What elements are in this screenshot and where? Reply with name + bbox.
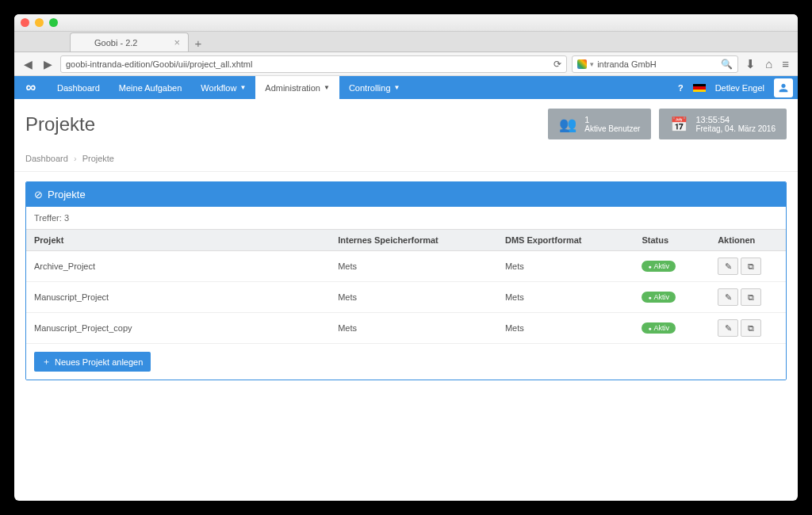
cell-project-name: Archive_Project [26, 251, 330, 282]
table-header-row: Projekt Internes Speicherformat DMS Expo… [26, 230, 786, 251]
nav-administration[interactable]: Administration▼ [255, 76, 339, 99]
cell-actions: ✎⧉ [710, 282, 786, 313]
browser-tab[interactable]: Goobi - 2.2 × [70, 32, 189, 52]
table-row[interactable]: Manuscript_ProjectMetsMetsAktiv✎⧉ [26, 282, 786, 313]
cell-status: Aktiv [634, 251, 710, 282]
breadcrumb-current: Projekte [82, 154, 114, 163]
datetime-card: 📅 13:55:54 Freitag, 04. März 2016 [659, 109, 787, 139]
cell-dms-format: Mets [497, 313, 634, 344]
browser-toolbar: ◀ ▶ goobi-intranda-edition/Goobi/uii/pro… [14, 52, 798, 76]
page-title: Projekte [25, 113, 95, 135]
top-nav: ∞ Dashboard Meine Aufgaben Workflow▼ Adm… [14, 76, 798, 99]
col-status[interactable]: Status [634, 230, 710, 251]
back-button[interactable]: ◀ [21, 58, 36, 71]
copy-button[interactable]: ⧉ [741, 319, 761, 337]
help-icon[interactable]: ? [678, 83, 684, 93]
cell-actions: ✎⧉ [710, 313, 786, 344]
active-users-label: Aktive Benutzer [584, 124, 640, 133]
browser-tabstrip: ∞ Goobi - 2.2 × + [14, 32, 798, 52]
users-icon: 👥 [559, 116, 576, 133]
hit-count: Treffer: 3 [26, 207, 786, 229]
chevron-down-icon: ▼ [324, 84, 330, 91]
tab-title: Goobi - 2.2 [94, 38, 137, 48]
cell-dms-format: Mets [497, 282, 634, 313]
breadcrumb-root[interactable]: Dashboard [25, 154, 68, 163]
panel-icon: ⊘ [34, 189, 43, 200]
nav-right: ? Detlev Engel [678, 76, 798, 99]
nav-meine-aufgaben[interactable]: Meine Aufgaben [109, 76, 192, 99]
table-row[interactable]: Manuscript_Project_copyMetsMetsAktiv✎⧉ [26, 313, 786, 344]
col-projekt[interactable]: Projekt [26, 230, 330, 251]
edit-button[interactable]: ✎ [718, 288, 738, 306]
plus-icon: ＋ [42, 356, 51, 368]
new-project-button[interactable]: ＋ Neues Projekt anlegen [34, 352, 151, 372]
edit-button[interactable]: ✎ [718, 319, 738, 337]
copy-button[interactable]: ⧉ [741, 288, 761, 306]
window-minimize-button[interactable] [35, 18, 44, 27]
table-row[interactable]: Archive_ProjectMetsMetsAktiv✎⧉ [26, 251, 786, 282]
panel-title: Projekte [48, 189, 86, 200]
new-project-label: Neues Projekt anlegen [55, 357, 143, 367]
col-dms[interactable]: DMS Exportformat [497, 230, 634, 251]
chevron-down-icon: ▼ [239, 84, 246, 91]
nav-dashboard[interactable]: Dashboard [48, 76, 109, 99]
cell-status: Aktiv [634, 313, 710, 344]
reload-icon[interactable]: ⟳ [553, 59, 561, 70]
cell-status: Aktiv [634, 282, 710, 313]
tab-close-icon[interactable]: × [174, 36, 180, 48]
col-aktionen: Aktionen [710, 230, 786, 251]
content-area: ⊘ Projekte Treffer: 3 Projekt Internes S… [14, 172, 798, 390]
search-engine-icon [577, 59, 587, 69]
page-header: Projekte 👥 1 Aktive Benutzer 📅 13:55:54 … [14, 99, 798, 149]
window-close-button[interactable] [21, 18, 29, 27]
url-input[interactable]: goobi-intranda-edition/Goobi/uii/project… [60, 55, 567, 73]
time-label: 13:55:54 [695, 115, 776, 124]
browser-search-input[interactable]: ▾ intranda GmbH 🔍 [572, 55, 738, 73]
calendar-icon: 📅 [670, 116, 688, 133]
cell-internal-format: Mets [330, 282, 497, 313]
panel-body: Treffer: 3 Projekt Internes Speicherform… [26, 207, 786, 380]
window-zoom-button[interactable] [49, 18, 58, 27]
col-internes[interactable]: Internes Speicherformat [330, 230, 497, 251]
panel-header: ⊘ Projekte [26, 182, 786, 207]
breadcrumb-separator: › [74, 154, 77, 163]
search-icon[interactable]: 🔍 [721, 59, 733, 70]
cell-project-name: Manuscript_Project [26, 282, 330, 313]
cell-actions: ✎⧉ [710, 251, 786, 282]
chevron-down-icon: ▼ [394, 84, 400, 91]
app-logo[interactable]: ∞ [14, 76, 48, 99]
copy-button[interactable]: ⧉ [741, 258, 761, 275]
active-users-card[interactable]: 👥 1 Aktive Benutzer [548, 109, 651, 139]
user-name-label[interactable]: Detlev Engel [715, 83, 764, 93]
status-badge: Aktiv [642, 261, 676, 272]
nav-workflow[interactable]: Workflow▼ [191, 76, 255, 99]
mac-titlebar [14, 14, 798, 32]
search-text: intranda GmbH [597, 59, 657, 69]
app-root: ∞ Dashboard Meine Aufgaben Workflow▼ Adm… [14, 76, 798, 390]
active-users-count: 1 [584, 115, 640, 124]
status-badge: Aktiv [642, 292, 676, 303]
date-label: Freitag, 04. März 2016 [695, 124, 776, 133]
breadcrumb: Dashboard › Projekte [14, 149, 798, 172]
menu-icon[interactable]: ≡ [779, 57, 791, 71]
cell-internal-format: Mets [330, 251, 497, 282]
status-badge: Aktiv [642, 322, 676, 334]
projects-panel: ⊘ Projekte Treffer: 3 Projekt Internes S… [25, 181, 787, 380]
new-tab-button[interactable]: + [189, 36, 208, 52]
flag-de-icon[interactable] [693, 84, 706, 92]
nav-controlling[interactable]: Controlling▼ [339, 76, 410, 99]
edit-button[interactable]: ✎ [718, 258, 738, 275]
forward-button[interactable]: ▶ [40, 58, 56, 71]
cell-dms-format: Mets [497, 251, 634, 282]
projects-table: Projekt Internes Speicherformat DMS Expo… [26, 229, 786, 344]
browser-window: ∞ Goobi - 2.2 × + ◀ ▶ goobi-intranda-edi… [14, 14, 798, 501]
user-avatar-icon[interactable] [774, 78, 793, 97]
cell-project-name: Manuscript_Project_copy [26, 313, 330, 344]
search-dropdown-icon[interactable]: ▾ [590, 60, 594, 68]
cell-internal-format: Mets [330, 313, 497, 344]
home-icon[interactable]: ⌂ [763, 57, 775, 71]
download-icon[interactable]: ⬇ [743, 57, 758, 71]
url-text: goobi-intranda-edition/Goobi/uii/project… [66, 59, 252, 69]
